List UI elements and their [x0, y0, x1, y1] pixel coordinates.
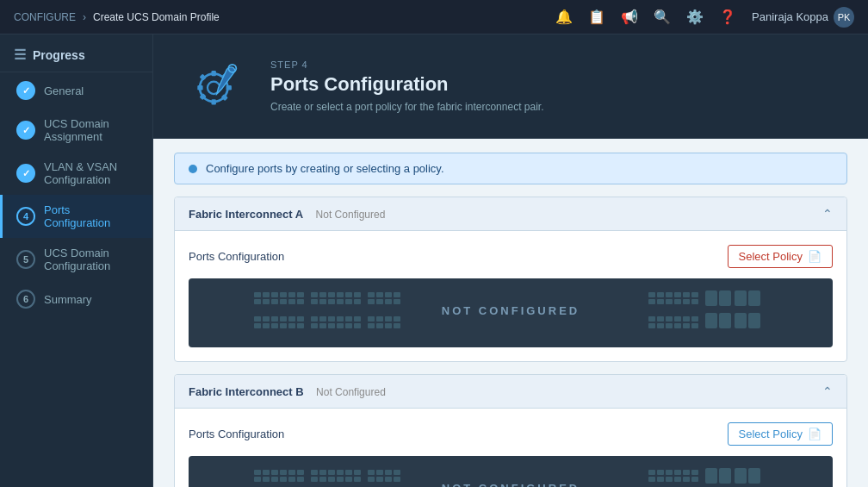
search-icon[interactable]: 🔍: [654, 9, 671, 25]
step-circle-3: ✓: [16, 164, 35, 183]
svg-rect-161: [376, 477, 383, 482]
svg-rect-90: [666, 316, 673, 322]
svg-rect-47: [311, 316, 318, 322]
svg-rect-106: [735, 313, 747, 328]
step-description: Create or select a port policy for the f…: [270, 101, 544, 113]
svg-rect-11: [254, 292, 261, 297]
sidebar-item-ucs-domain-assignment[interactable]: ✓ UCS Domain Assignment: [0, 109, 152, 152]
svg-rect-23: [254, 316, 261, 322]
svg-rect-37: [328, 292, 335, 297]
fabric-b-select-policy-button[interactable]: Select Policy 📄: [728, 422, 833, 446]
clipboard-icon[interactable]: 📋: [588, 9, 605, 25]
breadcrumb-chevron: ›: [83, 11, 86, 23]
sidebar-label-ports: Ports Configuration: [44, 203, 139, 229]
fabric-b-select-policy-label: Select Policy: [739, 428, 803, 440]
step-icon-wrap: [181, 52, 250, 121]
hamburger-icon: ☰: [14, 47, 26, 63]
sidebar-label-general: General: [44, 84, 84, 97]
fabric-b-collapse-icon[interactable]: ⌃: [822, 384, 833, 398]
sidebar-label-summary: Summary: [44, 293, 92, 306]
fabric-a-select-policy-button[interactable]: Select Policy 📄: [728, 245, 833, 268]
sidebar-nav: ✓ General ✓ UCS Domain Assignment ✓ VLAN…: [0, 72, 152, 487]
fabric-a-collapse-icon[interactable]: ⌃: [822, 207, 833, 221]
svg-rect-52: [354, 316, 361, 322]
svg-rect-182: [674, 477, 681, 482]
svg-rect-31: [271, 323, 278, 328]
sidebar-item-vlan-vsan[interactable]: ✓ VLAN & VSAN Configuration: [0, 152, 152, 195]
svg-rect-56: [337, 323, 344, 328]
svg-rect-28: [297, 316, 304, 322]
sidebar-item-summary[interactable]: 6 Summary: [0, 281, 152, 317]
sidebar-label-vlan-vsan: VLAN & VSAN Configuration: [44, 160, 139, 186]
svg-rect-88: [648, 316, 655, 322]
svg-rect-136: [345, 470, 352, 475]
bell-icon[interactable]: 🔔: [555, 9, 573, 25]
megaphone-icon[interactable]: 📢: [621, 9, 638, 25]
svg-rect-64: [376, 299, 383, 304]
configure-label[interactable]: CONFIGURE: [14, 11, 76, 23]
svg-rect-113: [297, 470, 304, 475]
help-icon[interactable]: ❓: [719, 9, 736, 25]
svg-rect-109: [263, 470, 270, 475]
svg-rect-103: [719, 313, 731, 328]
fabric-a-title: Fabric Interconnect A: [189, 208, 303, 221]
svg-rect-3: [212, 99, 216, 104]
fabric-interconnect-a-section: Fabric Interconnect A Not Configured ⌃ P…: [174, 197, 847, 362]
svg-rect-173: [648, 470, 655, 475]
fabric-b-ports-row: Ports Configuration Select Policy 📄: [189, 422, 833, 446]
fabric-b-body: Ports Configuration Select Policy 📄: [175, 409, 846, 487]
sidebar-item-ucs-domain-config[interactable]: 5 UCS Domain Configuration: [0, 238, 152, 281]
sidebar-header: ☰ Progress: [0, 34, 152, 72]
sidebar-title: Progress: [33, 48, 85, 62]
svg-rect-138: [311, 477, 318, 482]
svg-rect-81: [691, 292, 698, 297]
svg-rect-71: [368, 323, 375, 328]
svg-rect-94: [648, 323, 655, 328]
fabric-b-select-policy-icon: 📄: [808, 428, 822, 440]
svg-rect-133: [319, 470, 326, 475]
svg-rect-53: [311, 323, 318, 328]
svg-rect-2: [212, 71, 216, 76]
svg-rect-85: [674, 299, 681, 304]
svg-rect-38: [337, 292, 344, 297]
svg-rect-201: [735, 468, 747, 484]
gear-icon[interactable]: ⚙️: [686, 9, 704, 25]
svg-rect-160: [368, 477, 375, 482]
svg-rect-158: [385, 470, 392, 475]
svg-rect-48: [319, 316, 326, 322]
sidebar-label-ucs-domain: UCS Domain Assignment: [44, 117, 139, 143]
svg-rect-26: [280, 316, 287, 322]
fabric-b-ports-label: Ports Configuration: [189, 428, 284, 440]
svg-rect-101: [719, 290, 731, 306]
svg-rect-202: [748, 468, 760, 484]
svg-rect-181: [666, 477, 673, 482]
svg-rect-95: [657, 323, 664, 328]
info-text: Configure ports by creating or selecting…: [206, 162, 444, 175]
svg-rect-30: [263, 323, 270, 328]
svg-rect-50: [337, 316, 344, 322]
fabric-a-ports-row: Ports Configuration Select Policy 📄: [189, 245, 833, 268]
svg-rect-180: [657, 477, 664, 482]
step-number: Step 4: [270, 59, 544, 70]
step-info: Step 4 Ports Configuration Create or sel…: [270, 59, 544, 113]
svg-rect-100: [705, 290, 717, 306]
page-title: Create UCS Domain Profile: [93, 11, 220, 23]
svg-rect-20: [280, 299, 287, 304]
svg-rect-4: [197, 85, 202, 90]
svg-rect-115: [263, 477, 270, 482]
sidebar-item-ports[interactable]: 4 Ports Configuration: [0, 195, 152, 238]
topnav-actions: 🔔 📋 📢 🔍 ⚙️ ❓ Paniraja Koppa PK: [555, 7, 854, 28]
svg-rect-175: [666, 470, 673, 475]
svg-rect-93: [691, 316, 698, 322]
fabric-b-ports-diagram: NOT CONFIGURED: [189, 456, 833, 487]
svg-rect-58: [354, 323, 361, 328]
svg-rect-67: [368, 316, 375, 322]
user-menu[interactable]: Paniraja Koppa PK: [752, 7, 854, 28]
svg-rect-54: [319, 323, 326, 328]
sidebar-item-general[interactable]: ✓ General: [0, 72, 152, 109]
svg-rect-43: [328, 299, 335, 304]
svg-rect-6: [199, 74, 206, 81]
fabric-a-ports-diagram: NOT CONFIGURED: [189, 278, 833, 347]
svg-rect-36: [319, 292, 326, 297]
svg-rect-116: [271, 477, 278, 482]
